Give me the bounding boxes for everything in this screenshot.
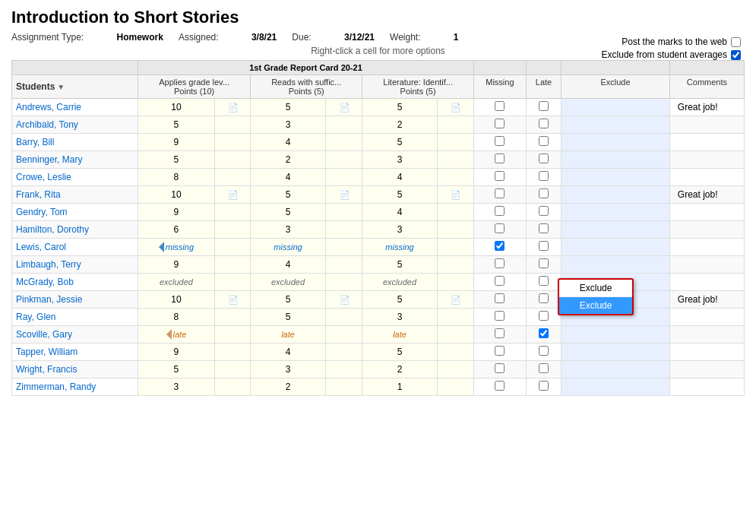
student-link[interactable]: Pinkman, Jessie [16,294,82,305]
student-link[interactable]: Scoville, Gary [16,329,72,340]
missing-cell[interactable] [473,326,526,344]
missing-cell[interactable] [473,204,526,221]
missing-checkbox[interactable] [495,136,505,146]
missing-cell[interactable] [473,151,526,169]
grade3-cell[interactable]: 5 [362,291,437,309]
late-cell[interactable] [526,326,561,344]
grade2-cell[interactable]: 5 [251,99,326,116]
missing-checkbox[interactable] [495,328,505,338]
grade2-cell[interactable]: 4 [251,169,326,186]
grade3-cell[interactable]: 5 [362,344,437,361]
grade3-cell[interactable]: 2 [362,116,437,134]
missing-cell[interactable] [473,274,526,291]
student-link[interactable]: Zimmerman, Randy [16,382,96,392]
grade1-cell[interactable]: missing [138,239,215,256]
missing-cell[interactable] [473,221,526,239]
exclude-cell[interactable] [561,221,670,239]
late-cell[interactable] [526,151,561,169]
grade3-cell[interactable]: late [362,326,437,344]
student-link[interactable]: Hamilton, Dorothy [16,224,89,235]
late-cell[interactable] [526,239,561,256]
grade1-cell[interactable]: 8 [138,309,215,326]
student-link[interactable]: Barry, Bill [16,137,54,147]
grade3-icon-cell[interactable]: 📄 [437,291,473,309]
missing-cell[interactable] [473,378,526,396]
grade1-cell[interactable]: 9 [138,256,215,274]
late-cell[interactable] [526,221,561,239]
missing-checkbox[interactable] [495,154,505,163]
grade1-cell[interactable]: 3 [138,378,215,396]
grade3-cell[interactable]: 1 [362,378,437,396]
late-cell[interactable] [526,378,561,396]
late-cell[interactable] [526,274,561,291]
grade3-cell[interactable]: missing [362,239,437,256]
grade2-cell[interactable]: 3 [251,361,326,378]
grade3-cell[interactable]: 5 [362,186,437,204]
grade2-cell[interactable]: 5 [251,309,326,326]
late-checkbox[interactable] [539,119,549,128]
missing-cell[interactable] [473,239,526,256]
late-cell[interactable] [526,99,561,116]
grade2-cell[interactable]: missing [251,239,326,256]
missing-cell[interactable] [473,344,526,361]
missing-checkbox[interactable] [495,188,505,198]
grade2-cell[interactable]: 5 [251,186,326,204]
missing-checkbox[interactable] [495,223,505,233]
grade1-cell[interactable]: 9 [138,344,215,361]
grade2-cell[interactable]: 4 [251,344,326,361]
grade1-icon-cell[interactable]: 📄 [214,186,250,204]
grade3-cell[interactable]: 4 [362,169,437,186]
student-link[interactable]: Ray, Glen [16,312,55,322]
missing-cell[interactable] [473,134,526,151]
missing-checkbox[interactable] [495,381,505,391]
grade1-icon-cell[interactable]: 📄 [214,99,250,116]
exclude-cell[interactable] [561,378,670,396]
grade1-cell[interactable]: late [138,326,215,344]
exclude-cell[interactable] [561,256,670,274]
grade3-cell[interactable]: 4 [362,204,437,221]
grade3-cell[interactable]: excluded [362,274,437,291]
missing-checkbox[interactable] [495,119,505,128]
late-checkbox[interactable] [539,101,549,111]
grade1-cell[interactable]: 6 [138,221,215,239]
missing-checkbox[interactable] [495,101,505,111]
grade1-cell[interactable]: 5 [138,361,215,378]
exclude-cell[interactable]: ExcludeExclude [561,274,670,291]
grade2-icon-cell[interactable]: 📄 [325,186,362,204]
grade3-cell[interactable]: 5 [362,134,437,151]
grade3-icon-cell[interactable]: 📄 [437,99,473,116]
missing-checkbox[interactable] [495,171,505,181]
missing-cell[interactable] [473,361,526,378]
grade2-cell[interactable]: 2 [251,378,326,396]
missing-cell[interactable] [473,256,526,274]
late-checkbox[interactable] [539,241,549,251]
student-link[interactable]: Frank, Rita [16,189,61,200]
exclude-cell[interactable] [561,169,670,186]
missing-cell[interactable] [473,169,526,186]
late-cell[interactable] [526,116,561,134]
grade2-cell[interactable]: 3 [251,221,326,239]
grade1-cell[interactable]: excluded [138,274,215,291]
student-link[interactable]: Wright, Francis [16,364,77,375]
late-cell[interactable] [526,186,561,204]
exclude-cell[interactable] [561,326,670,344]
exclude-cell[interactable] [561,361,670,378]
late-checkbox[interactable] [539,188,549,198]
late-checkbox[interactable] [539,293,549,303]
exclude-cell[interactable] [561,116,670,134]
late-checkbox[interactable] [539,223,549,233]
missing-checkbox[interactable] [495,206,505,216]
student-link[interactable]: Tapper, William [16,347,77,357]
grade2-cell[interactable]: excluded [251,274,326,291]
missing-checkbox[interactable] [495,346,505,356]
late-checkbox[interactable] [539,136,549,146]
grade3-cell[interactable]: 5 [362,256,437,274]
students-sort-icon[interactable]: ▼ [57,83,65,91]
missing-checkbox[interactable] [495,241,505,251]
student-link[interactable]: Lewis, Carol [16,242,66,252]
late-cell[interactable] [526,169,561,186]
late-checkbox[interactable] [539,311,549,321]
grade1-cell[interactable]: 5 [138,116,215,134]
late-checkbox[interactable] [539,381,549,391]
grade3-cell[interactable]: 3 [362,221,437,239]
